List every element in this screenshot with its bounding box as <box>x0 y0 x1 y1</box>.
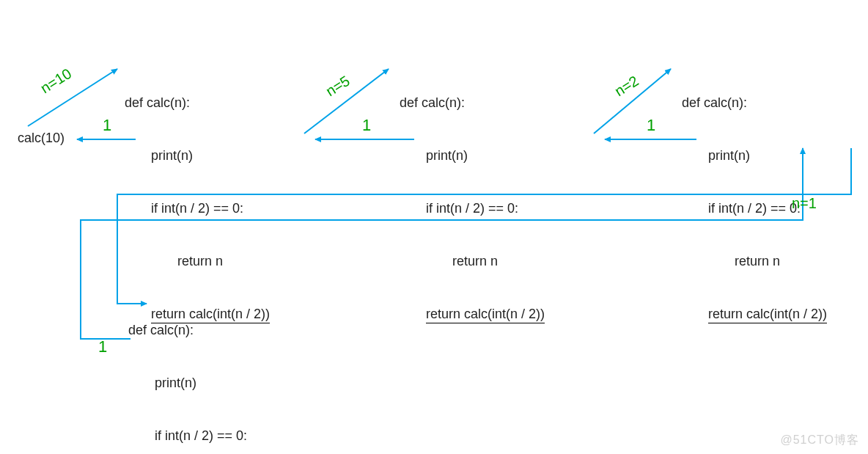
code-line: print(n) <box>682 147 827 164</box>
code-line: if int(n / 2) == 0: <box>400 199 545 217</box>
code-line: if int(n / 2) == 0: <box>125 199 270 217</box>
code-line: return n <box>125 252 270 270</box>
return-value-1a: 1 <box>103 116 111 135</box>
n-label-5: n=5 <box>323 73 353 100</box>
code-line: print(n) <box>128 374 273 392</box>
n-label-2: n=2 <box>611 73 641 100</box>
code-line: def calc(n): <box>128 321 273 339</box>
code-line: print(n) <box>125 147 270 164</box>
return-value-1b: 1 <box>362 116 371 135</box>
n-label-1: n=1 <box>792 195 817 212</box>
code-line: if int(n / 2) == 0: <box>128 427 273 444</box>
initial-call-label: calc(10) <box>18 131 65 146</box>
code-line: def calc(n): <box>400 94 545 111</box>
code-block-2: def calc(n): print(n) if int(n / 2) == 0… <box>400 59 545 341</box>
code-line: def calc(n): <box>682 94 827 111</box>
return-value-1d: 1 <box>98 337 107 356</box>
code-line: return calc(int(n / 2)) <box>400 305 545 323</box>
watermark: @51CTO博客 <box>780 433 859 448</box>
code-line: return n <box>682 252 827 270</box>
code-line: return n <box>400 252 545 270</box>
return-value-1c: 1 <box>647 116 655 135</box>
code-line: def calc(n): <box>125 94 270 111</box>
code-line: return calc(int(n / 2)) <box>682 305 827 323</box>
code-block-4: def calc(n): print(n) if int(n / 2) == 0… <box>128 286 273 454</box>
code-line: print(n) <box>400 147 545 164</box>
n-label-10: n=10 <box>37 65 74 97</box>
